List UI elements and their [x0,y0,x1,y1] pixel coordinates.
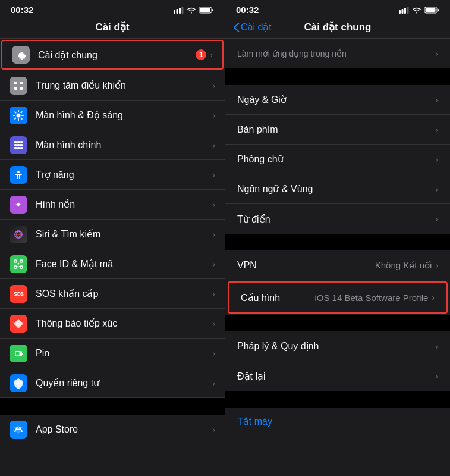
row-phap-ly[interactable]: Pháp lý & Quy định › [225,331,450,361]
badge-cai-dat-chung: 1 [196,49,206,60]
chevron-quyen-rieng-tu: › [212,378,215,388]
svg-rect-40 [22,353,23,355]
chevron-man-hinh-do-sang: › [212,111,215,120]
chevron-pin: › [212,349,215,358]
svg-rect-5 [212,9,213,11]
svg-rect-20 [14,141,17,143]
svg-line-19 [15,118,15,118]
back-button[interactable]: Cài đặt [234,21,272,33]
row-label-ngay-gio: Ngày & Giờ [237,94,287,105]
icon-tro-nang [10,166,27,184]
svg-rect-43 [402,9,404,14]
row-lam-moi[interactable]: Làm mới ứng dụng trong nền › [225,39,450,68]
row-label-man-hinh-do-sang: Màn hình & Độ sáng [36,109,123,121]
row-label-app-store: App Store [36,424,78,435]
svg-rect-8 [20,82,23,84]
row-label-sos: SOS khẩn cấp [36,288,98,299]
chevron-vpn: › [435,261,438,270]
row-phong-chu[interactable]: Phông chữ › [225,145,450,174]
svg-rect-41 [16,352,20,355]
signal-icon [174,7,184,14]
wifi-icon-right [412,7,421,14]
row-label-trung-tam: Trung tâm điều khiển [36,80,126,91]
svg-point-37 [18,262,20,264]
svg-rect-9 [14,87,17,90]
nav-bar-left: Cài đặt [0,17,225,38]
gap-right-3 [225,315,450,331]
row-cai-dat-chung[interactable]: Cài đặt chung 1 › [1,40,224,70]
svg-rect-33 [14,260,17,262]
row-right-cai-dat-chung: 1 › [196,49,213,60]
row-dat-lai[interactable]: Đặt lại › [225,361,450,391]
icon-face-id [10,255,27,273]
row-cau-hinh[interactable]: Cấu hình iOS 14 Beta Software Profile › [228,281,448,314]
chevron-trung-tam: › [212,81,215,90]
row-value-vpn: Không Kết nối [375,260,432,271]
row-man-hinh-do-sang[interactable]: Màn hình & Độ sáng › [0,101,225,130]
svg-rect-1 [177,9,178,14]
status-bar-right: 00:32 [225,0,450,17]
icon-quyen-rieng-tu [10,374,27,392]
svg-rect-7 [14,82,17,84]
row-pin[interactable]: Pin › [0,339,225,368]
svg-rect-23 [14,144,17,146]
chevron-cai-dat-chung: › [210,50,213,60]
row-label-man-hinh-chinh: Màn hình chính [36,140,101,151]
row-tu-dien[interactable]: Từ điển › [225,204,450,234]
icon-hinh-nen: ✦ [10,196,27,214]
icon-sos: SOS [10,285,27,303]
svg-point-29 [17,171,20,173]
row-label-hinh-nen: Hình nền [36,199,75,210]
row-ngay-gio[interactable]: Ngày & Giờ › [225,85,450,115]
row-thong-bao[interactable]: Thông báo tiếp xúc › [0,309,225,339]
status-icons-right [399,7,439,14]
time-left: 00:32 [11,5,33,15]
chevron-lam-moi: › [435,49,438,58]
chevron-tro-nang: › [212,170,215,180]
row-ngon-ngu[interactable]: Ngôn ngữ & Vùng › [225,174,450,204]
row-sos[interactable]: SOS SOS khẩn cấp › [0,279,225,309]
icon-app-store [10,421,27,439]
right-list: Làm mới ứng dụng trong nền › Ngày & Giờ … [225,39,450,476]
icon-cai-dat-chung [12,46,30,64]
row-hinh-nen[interactable]: ✦ Hình nền › [0,190,225,220]
svg-rect-35 [14,266,17,268]
row-label-vpn: VPN [237,260,257,271]
label-tat-may: Tắt máy [237,416,272,427]
gap1 [0,398,225,415]
row-ban-phim[interactable]: Bàn phím › [225,115,450,145]
svg-rect-42 [399,10,401,14]
row-man-hinh-chinh[interactable]: Màn hình chính › [0,130,225,160]
svg-line-18 [21,112,22,112]
chevron-ban-phim: › [435,125,438,134]
row-label-tro-nang: Trợ năng [36,169,74,180]
row-app-store[interactable]: App Store › [0,415,225,444]
row-label-dat-lai: Đặt lại [237,371,266,382]
row-label-tu-dien: Từ điển [237,214,270,225]
battery-icon-right [424,7,439,14]
row-tat-may[interactable]: Tắt máy [225,408,450,436]
row-label-ban-phim: Bàn phím [237,124,278,135]
row-label-siri: Siri & Tìm kiếm [36,228,100,240]
row-trung-tam[interactable]: Trung tâm điều khiển › [0,71,225,101]
row-label-thong-bao: Thông báo tiếp xúc [36,318,117,329]
chevron-sos: › [212,289,215,299]
icon-trung-tam [10,77,27,95]
chevron-dat-lai: › [435,371,438,381]
svg-rect-3 [182,7,184,14]
battery-icon [199,7,214,14]
gap-right-1 [225,68,450,85]
group2-right: VPN Không Kết nối › Cấu hình iOS 14 Beta… [225,250,450,314]
row-value-cau-hinh: iOS 14 Beta Software Profile [314,293,428,303]
gap-right-4 [225,391,450,408]
row-face-id[interactable]: Face ID & Mật mã › [0,249,225,279]
svg-rect-24 [17,144,20,146]
group1-right: Ngày & Giờ › Bàn phím › Phông chữ › Ngôn… [225,85,450,234]
row-vpn[interactable]: VPN Không Kết nối › [225,250,450,280]
row-tro-nang[interactable]: Trợ năng › [0,160,225,190]
chevron-ngay-gio: › [435,95,438,105]
icon-siri [10,226,27,243]
row-siri[interactable]: Siri & Tìm kiếm › [0,220,225,249]
row-quyen-rieng-tu[interactable]: Quyền riêng tư › [0,368,225,398]
svg-rect-27 [17,147,20,149]
